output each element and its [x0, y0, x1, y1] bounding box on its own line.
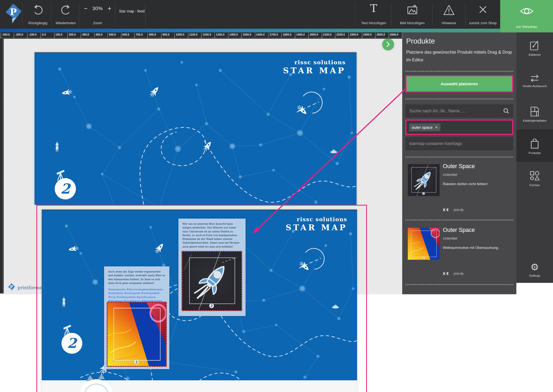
ruler-tick-label: 2700.0 — [402, 33, 402, 38]
product-price: X € (XX €) — [443, 271, 464, 276]
search-placeholder: Suche nach Art.-Nr., Name, ... — [409, 109, 503, 113]
ruler-tick-label: -200.0 — [14, 33, 23, 38]
tag-remove-icon[interactable]: ✕ — [435, 125, 438, 129]
collapse-panel-button[interactable] — [382, 39, 394, 50]
ruler-tick-label: 2400.0 — [362, 33, 372, 38]
ruler-tick-label: 1600.0 — [255, 33, 265, 38]
toolbar-divider — [79, 3, 79, 25]
ruler-tick-label: 500.0 — [108, 33, 116, 38]
sidebar-item-label: Inhalts-Austausch — [522, 84, 547, 88]
product-description: Raketen dürfen nicht fehlen! — [443, 182, 512, 187]
toolbar-divider — [391, 3, 391, 25]
zoom-label: Zoom — [93, 21, 102, 25]
sidebar-item-label: Produkte — [529, 151, 541, 155]
placed-image-rocket[interactable] — [182, 251, 242, 311]
add-image-label: Bild hinzufügen — [400, 21, 425, 25]
tool-sidebar: Editieren Inhalts-Austausch Katalogtempl… — [516, 32, 553, 283]
container-b-text: Auch wenn die Tage wieder regnerischer u… — [104, 266, 169, 285]
product-list-item[interactable]: Outer Space Untertitel Weltraummotive mi… — [402, 228, 516, 281]
ruler-tick-label: -300.0 — [1, 33, 10, 38]
shopping-bag-icon — [530, 138, 539, 149]
tag-chip: outer space ✕ — [409, 123, 440, 131]
printformer-brand: P printformer — [7, 283, 44, 292]
price-current: X € — [443, 208, 449, 212]
product-thumbnail-rocket[interactable] — [408, 164, 440, 196]
ruler-tick-label: 1000.0 — [174, 33, 184, 38]
place-selection-button[interactable]: Auswahl platzieren — [405, 75, 513, 92]
ruler-tick-label: 1800.0 — [281, 33, 291, 38]
ruler-tick-label: -100.0 — [27, 33, 37, 38]
sidebar-item-produkte[interactable]: Produkte — [516, 138, 553, 155]
ruler-tick-label: 1100.0 — [188, 33, 198, 38]
gear-icon: ⚙ — [516, 262, 553, 272]
artboard-star-map-top[interactable] — [35, 52, 357, 205]
dotted-separator — [405, 220, 513, 220]
ruler-tick-label: 2000.0 — [308, 33, 318, 38]
sidebar-item-editieren[interactable]: Editieren — [516, 40, 553, 56]
top-toolbar: P Rückgängig Wiederholen − 30% + — [0, 0, 553, 29]
toolbar-divider — [51, 3, 51, 25]
tag-filter-field[interactable]: outer space ✕ — [405, 120, 513, 135]
product-subtitle: Untertitel — [443, 173, 457, 177]
search-icon[interactable] — [503, 108, 509, 114]
hashtag-container-field[interactable]: starmap-container-hashtags — [405, 137, 513, 150]
chevron-right-icon — [386, 42, 391, 47]
hints-label: Hinweise — [442, 21, 456, 25]
ruler-tick-label: 1400.0 — [228, 33, 238, 38]
toolbar-divider — [355, 3, 355, 25]
hints-button[interactable]: Hinweise — [434, 0, 464, 29]
ruler-tick-label: 1700.0 — [268, 33, 278, 38]
editor-app: 2 2 — [0, 0, 553, 392]
preview-label: zur Vorschau — [516, 25, 537, 29]
ruler-tick-label: 800.0 — [148, 33, 156, 38]
sidebar-item-label: Katalogtemplates — [523, 119, 547, 122]
toolbar-divider — [145, 3, 145, 25]
ruler-tick-label: 900.0 — [161, 33, 169, 38]
sidebar-item-katalogtemplates[interactable]: Katalogtemplates — [516, 106, 553, 122]
product-list-item[interactable]: Outer Space Untertitel Raketen dürfen ni… — [402, 164, 516, 217]
zoom-value: 30% — [92, 6, 103, 11]
dotted-separator — [405, 157, 513, 157]
sidebar-item-formen[interactable]: Formen — [516, 171, 553, 187]
add-text-label: Text hinzufügen — [361, 21, 386, 25]
placed-image-space-motif[interactable] — [107, 302, 167, 367]
close-icon — [478, 4, 488, 15]
placed-container-hashtags-rocket[interactable]: Wer uns in unserem Büro besucht kann ein… — [178, 219, 246, 316]
ruler-tick-label: 2500.0 — [375, 33, 385, 38]
accent-gradient-bar — [0, 29, 505, 32]
back-to-shop-button[interactable]: zurück zum Shop — [466, 0, 499, 29]
sidebar-item-label: Formen — [529, 184, 540, 187]
toolbar-divider — [465, 3, 465, 25]
zoom-out-button[interactable]: − — [84, 5, 88, 12]
zoom-in-button[interactable]: + — [108, 5, 111, 12]
ruler-tick-label: 1500.0 — [241, 33, 251, 38]
placed-container-spaceposter[interactable]: Auch wenn die Tage wieder regnerischer u… — [104, 266, 169, 369]
text-icon: T — [370, 2, 377, 14]
sidebar-item-inhalts-austausch[interactable]: Inhalts-Austausch — [516, 74, 553, 88]
undo-button[interactable]: Rückgängig — [25, 0, 50, 29]
catalog-template-icon — [530, 106, 540, 117]
app-logo[interactable]: P — [3, 0, 23, 29]
product-thumbnail-space-motif[interactable] — [408, 228, 440, 260]
product-subtitle: Untertitel — [443, 236, 457, 240]
sidebar-item-settings[interactable]: ⚙ Settings — [516, 262, 553, 277]
preview-button[interactable]: zur Vorschau — [500, 0, 553, 32]
product-search-field[interactable]: Suche nach Art.-Nr., Name, ... — [405, 104, 513, 118]
product-title: Outer Space — [443, 163, 475, 170]
redo-icon — [60, 4, 72, 16]
price-old: (XX €) — [453, 208, 464, 212]
redo-button[interactable]: Wiederholen — [53, 0, 78, 29]
zoom-control: − 30% + Zoom — [81, 0, 114, 29]
rocket-chalk-image — [182, 252, 241, 310]
toolbar-divider — [22, 3, 23, 25]
space-motif-image — [108, 302, 166, 366]
add-image-button[interactable]: Bild hinzufügen — [394, 0, 431, 29]
add-text-button[interactable]: T Text hinzufügen — [357, 0, 390, 29]
printformer-brand-label: printformer — [18, 285, 44, 290]
document-title: Star map - feed — [119, 0, 145, 29]
image-icon — [406, 4, 418, 15]
price-old: (XX €) — [453, 272, 464, 276]
sidebar-item-label: Editieren — [529, 53, 541, 56]
swap-arrows-icon — [529, 74, 541, 82]
dotted-separator — [405, 71, 513, 72]
